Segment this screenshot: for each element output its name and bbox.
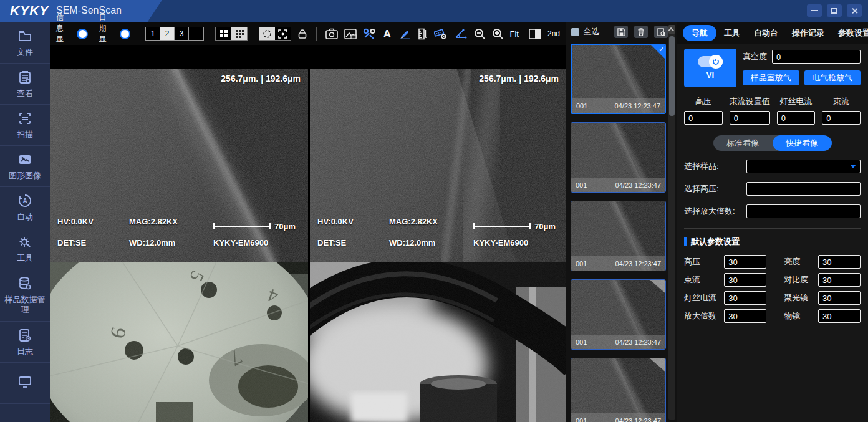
snapshot-button[interactable]: [344, 26, 357, 41]
default-objective-input[interactable]: [818, 309, 861, 323]
thumbnail-scrollbar[interactable]: [668, 25, 675, 420]
full-frame-button[interactable]: [275, 27, 291, 40]
default-brightness-input[interactable]: [818, 255, 861, 269]
vent-chamber-button[interactable]: 样品室放气: [743, 70, 799, 85]
sidebar-item-log[interactable]: 日志: [0, 322, 50, 363]
sidebar-item-graphics[interactable]: 图形图像: [0, 146, 50, 187]
thumbnail-caption: 001 04/23 12:23:47: [571, 178, 665, 192]
database-icon: [17, 276, 32, 291]
thumbnail-time: 04/23 12:23:47: [615, 338, 661, 346]
scale-readout: 256.7μm. | 192.6μm: [221, 74, 301, 84]
scrollbar-thumb[interactable]: [669, 36, 675, 116]
filament-current-input[interactable]: [777, 111, 816, 125]
ruler-measure-button[interactable]: [417, 26, 428, 41]
det-readout: DET:SE: [317, 238, 389, 257]
thumbnail-id: 001: [576, 417, 587, 422]
readout-field: 高压: [684, 96, 723, 125]
quick-imaging-button[interactable]: 快捷看像: [773, 135, 832, 151]
default-high-voltage-input[interactable]: [724, 255, 766, 269]
vi-toggle[interactable]: [698, 56, 723, 67]
sidebar-item-auto[interactable]: A 自动: [0, 187, 50, 228]
sidebar-item-partial[interactable]: [0, 363, 50, 404]
zoom-out-button[interactable]: [474, 26, 486, 41]
second-display-button[interactable]: 2nd: [547, 29, 560, 38]
sidebar-item-view[interactable]: 查看: [0, 64, 50, 105]
hv-readout: HV:0.0KV: [317, 217, 389, 236]
coarse-grid-button[interactable]: [216, 27, 231, 40]
capture-button[interactable]: [326, 26, 338, 41]
date-display-toggle[interactable]: [120, 29, 130, 39]
param-label: 亮度: [784, 256, 814, 267]
thumbnail-item[interactable]: 001 04/23 12:23:47: [571, 358, 666, 422]
info-display-toggle[interactable]: [77, 29, 87, 39]
beam-current-input[interactable]: [822, 111, 861, 125]
adjust-tools-button[interactable]: [363, 26, 375, 41]
default-magnification-input[interactable]: [724, 309, 766, 323]
minimize-button[interactable]: [807, 4, 822, 17]
measure-view-button[interactable]: [434, 26, 448, 41]
chamber-camera-viewport-1[interactable]: 6 7 4 5: [50, 262, 308, 422]
voltage-select-input[interactable]: [746, 182, 861, 196]
lock-button[interactable]: [297, 26, 307, 41]
scalebar-value: 70μm: [534, 222, 556, 231]
preview-images-button[interactable]: [654, 26, 668, 38]
quadrant-3-button[interactable]: 3: [175, 27, 189, 40]
sidebar-item-sample-data[interactable]: 样品数据管理: [0, 269, 50, 322]
tab-parameter-settings[interactable]: 参数设置: [832, 25, 868, 41]
sem-viewport-1[interactable]: 256.7μm. | 192.6μm HV:0.0KV MAG:2.82KX 7…: [50, 69, 308, 262]
tab-navigation[interactable]: 导航: [683, 25, 716, 41]
maximize-button[interactable]: [827, 4, 842, 17]
sidebar-item-files[interactable]: 文件: [0, 22, 50, 64]
thumbnail-item[interactable]: 001 04/23 12:23:47: [571, 279, 666, 350]
high-voltage-input[interactable]: [684, 111, 723, 125]
vacuum-value-input[interactable]: [772, 50, 861, 64]
tab-tools[interactable]: 工具: [718, 25, 746, 41]
readout-label: 灯丝电流: [780, 96, 813, 107]
tab-operation-log[interactable]: 操作记录: [786, 25, 831, 41]
select-all-checkbox[interactable]: [571, 28, 579, 36]
save-images-button[interactable]: [614, 26, 628, 38]
angle-measure-button[interactable]: [454, 26, 468, 41]
vent-gun-button[interactable]: 电气枪放气: [804, 70, 861, 85]
delete-images-button[interactable]: [634, 26, 648, 38]
tab-auto-stage[interactable]: 自动台: [748, 25, 784, 41]
default-condenser-input[interactable]: [818, 291, 861, 305]
chamber-camera-image-1: 6 7 4 5: [50, 262, 308, 422]
beam-setpoint-input[interactable]: [730, 111, 770, 125]
thumbnail-item[interactable]: ✓ 001 04/23 12:23:47: [571, 44, 666, 114]
letter-a-icon: A: [382, 28, 393, 39]
text-annotation-button[interactable]: A: [382, 26, 393, 41]
default-beam-current-input[interactable]: [724, 273, 766, 287]
thumbnail-image: [571, 358, 665, 422]
close-button[interactable]: [847, 4, 862, 17]
param-label: 对比度: [784, 274, 814, 285]
voltage-select[interactable]: [746, 182, 861, 196]
split-view-button[interactable]: [529, 26, 541, 41]
default-filament-current-input[interactable]: [724, 291, 766, 305]
readout-label: 高压: [695, 96, 711, 107]
default-contrast-input[interactable]: [818, 273, 861, 287]
chamber-camera-viewport-2[interactable]: [310, 262, 566, 422]
sidebar-item-tools[interactable]: 工具: [0, 228, 50, 269]
sample-select[interactable]: [746, 160, 861, 173]
sem-viewport-2[interactable]: 256.7μm. | 192.6μm HV:0.0KV MAG:2.82KX 7…: [310, 69, 566, 262]
quadrant-2-button[interactable]: 2: [160, 27, 175, 40]
draw-annotation-button[interactable]: [399, 26, 411, 41]
monitor-icon: [17, 374, 32, 389]
standard-imaging-button[interactable]: 标准看像: [713, 135, 773, 151]
magnification-select[interactable]: [746, 204, 861, 218]
magnification-select-input[interactable]: [746, 204, 861, 218]
quadrant-1-button[interactable]: 1: [146, 27, 160, 40]
thumbnail-item[interactable]: 001 04/23 12:23:47: [571, 122, 666, 193]
spot-focus-button[interactable]: [259, 27, 275, 40]
fine-grid-button[interactable]: [231, 27, 247, 40]
sidebar-item-scan[interactable]: 扫描: [0, 105, 50, 146]
sample-select-input[interactable]: [746, 160, 861, 173]
vi-vacuum-card[interactable]: VI: [684, 49, 736, 87]
fit-button[interactable]: Fit: [510, 29, 519, 39]
zoom-in-button[interactable]: [492, 26, 504, 41]
sidebar: 文件 查看 扫描 图形图像 A 自动 工具 样品数据管理 日志: [0, 22, 50, 422]
quadrant-4-button[interactable]: [189, 27, 203, 40]
scroll-up-button[interactable]: [668, 25, 675, 34]
thumbnail-item[interactable]: 001 04/23 12:23:47: [571, 201, 666, 271]
